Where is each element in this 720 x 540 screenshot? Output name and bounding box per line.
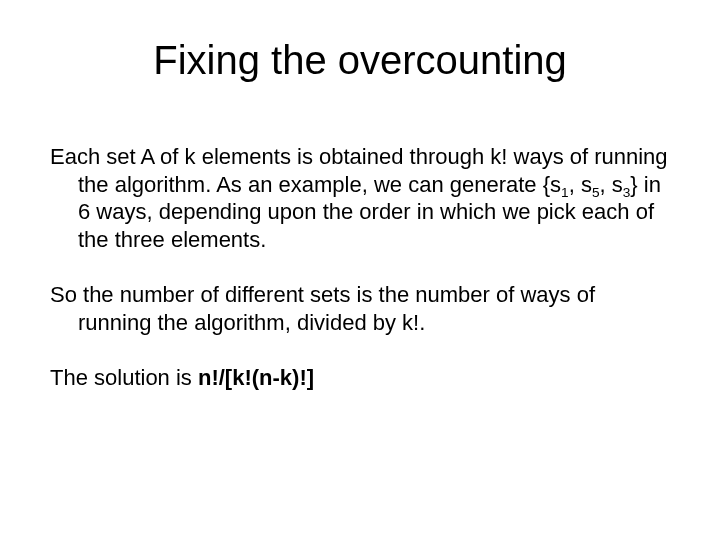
paragraph-1: Each set A of k elements is obtained thr… bbox=[50, 143, 670, 253]
p1-text-b: , s bbox=[569, 172, 592, 197]
slide: Fixing the overcounting Each set A of k … bbox=[0, 38, 720, 540]
p1-sub-1: 1 bbox=[561, 185, 569, 200]
paragraph-3: The solution is n!/[k!(n-k)!] bbox=[50, 364, 670, 392]
slide-body: Each set A of k elements is obtained thr… bbox=[0, 143, 720, 392]
p3-text-a: The solution is bbox=[50, 365, 198, 390]
paragraph-2: So the number of different sets is the n… bbox=[50, 281, 670, 336]
slide-title: Fixing the overcounting bbox=[0, 38, 720, 83]
p1-text-c: , s bbox=[599, 172, 622, 197]
p3-formula: n!/[k!(n-k)!] bbox=[198, 365, 314, 390]
